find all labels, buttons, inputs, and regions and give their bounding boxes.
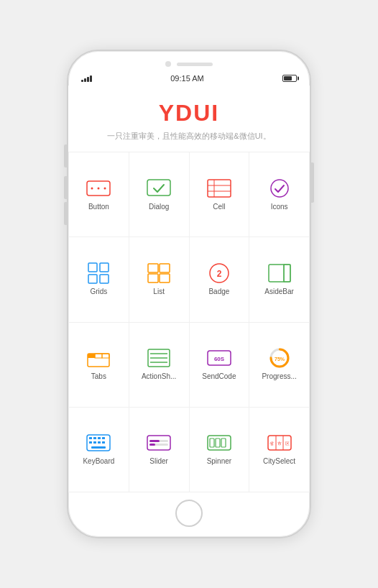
phone-bottom-bezel xyxy=(68,492,310,537)
keyboard-icon xyxy=(86,433,111,453)
front-camera xyxy=(165,61,171,67)
app-title: YDUI xyxy=(83,100,295,127)
svg-rect-54 xyxy=(216,438,220,447)
svg-rect-20 xyxy=(269,265,290,282)
actionsheet-label: ActionSh... xyxy=(142,372,176,381)
svg-rect-49 xyxy=(149,440,160,442)
svg-rect-26 xyxy=(95,354,102,358)
app-subtitle: 一只注重审美，且性能高效的移动端&微信UI。 xyxy=(83,131,295,142)
tabs-icon xyxy=(86,348,111,368)
svg-text:省: 省 xyxy=(269,441,274,446)
grid-item-tabs[interactable]: Tabs xyxy=(69,323,129,408)
progress-label: Progress... xyxy=(262,372,296,381)
cell-icon xyxy=(206,178,232,198)
grid-item-progress[interactable]: 75% Progress... xyxy=(249,323,310,408)
svg-rect-52 xyxy=(208,436,231,450)
grids-label: Grids xyxy=(90,288,107,296)
svg-rect-13 xyxy=(100,275,109,283)
badge-label: Badge xyxy=(208,288,229,296)
button-icon xyxy=(86,178,111,198)
svg-rect-42 xyxy=(89,441,92,444)
grids-icon xyxy=(86,263,111,283)
grid-item-keyboard[interactable]: KeyBoard xyxy=(69,408,129,492)
list-label: List xyxy=(153,288,165,296)
sendcode-icon: 60S xyxy=(206,348,232,368)
status-left xyxy=(81,75,92,82)
cell-label: Cell xyxy=(213,203,225,211)
grid-item-icons[interactable]: Icons xyxy=(249,152,310,237)
svg-text:60S: 60S xyxy=(214,356,225,362)
svg-text:市: 市 xyxy=(277,441,282,446)
svg-rect-39 xyxy=(93,437,96,439)
button-label: Button xyxy=(88,203,109,211)
spinner-label: Spinner xyxy=(207,457,231,466)
cityselect-icon: 省 市 区 xyxy=(267,433,292,453)
grid-item-list[interactable]: List xyxy=(129,237,190,322)
svg-rect-15 xyxy=(160,264,170,272)
svg-rect-47 xyxy=(147,436,170,450)
battery-icon xyxy=(282,75,297,82)
asidebar-icon xyxy=(267,263,292,283)
home-button[interactable] xyxy=(175,500,203,527)
svg-rect-16 xyxy=(148,274,158,282)
phone-screen: YDUI 一只注重审美，且性能高效的移动端&微信UI。 Button xyxy=(68,86,310,492)
progress-icon: 75% xyxy=(267,348,292,368)
grid-item-dialog[interactable]: Dialog xyxy=(129,152,190,237)
icons-label: Icons xyxy=(271,203,288,211)
svg-rect-24 xyxy=(88,354,95,358)
grid-item-asidebar[interactable]: AsideBar xyxy=(249,237,310,322)
svg-rect-53 xyxy=(210,438,214,447)
keyboard-label: KeyBoard xyxy=(83,457,114,466)
svg-rect-12 xyxy=(88,275,97,283)
svg-text:75%: 75% xyxy=(275,357,285,362)
app-header: YDUI 一只注重审美，且性能高效的移动端&微信UI。 xyxy=(68,86,310,152)
dialog-label: Dialog xyxy=(149,203,169,211)
grid-item-cityselect[interactable]: 省 市 区 CitySelect xyxy=(249,408,310,492)
phone-frame: 09:15 AM YDUI 一只注重审美，且性能高效的移动端&微信UI。 xyxy=(67,50,311,538)
icons-icon xyxy=(267,178,292,198)
svg-rect-14 xyxy=(148,264,158,272)
svg-text:2: 2 xyxy=(217,269,222,279)
earpiece-speaker xyxy=(177,63,213,66)
svg-text:区: 区 xyxy=(285,441,290,446)
svg-point-2 xyxy=(98,187,100,189)
grid-item-grids[interactable]: Grids xyxy=(69,237,129,322)
list-icon xyxy=(146,263,172,283)
slider-icon xyxy=(146,433,172,453)
svg-rect-11 xyxy=(100,263,109,272)
grid-item-actionsheet[interactable]: ActionSh... xyxy=(129,323,190,408)
svg-rect-46 xyxy=(91,446,106,449)
svg-rect-44 xyxy=(98,441,101,444)
svg-rect-55 xyxy=(221,438,226,447)
svg-rect-4 xyxy=(147,180,170,196)
dialog-icon xyxy=(146,178,172,198)
svg-point-1 xyxy=(91,187,93,189)
status-time: 09:15 AM xyxy=(170,74,203,83)
grid-item-sendcode[interactable]: 60S SendCode xyxy=(190,323,250,408)
spinner-icon xyxy=(206,433,232,453)
tabs-label: Tabs xyxy=(91,372,106,381)
svg-rect-21 xyxy=(284,265,290,282)
svg-rect-41 xyxy=(102,437,105,439)
svg-point-3 xyxy=(104,187,106,189)
svg-point-9 xyxy=(271,180,288,197)
grid-item-slider[interactable]: Slider xyxy=(129,408,190,492)
status-bar: 09:15 AM xyxy=(68,73,310,86)
grid-item-badge[interactable]: 2 Badge xyxy=(190,237,250,322)
svg-rect-17 xyxy=(160,274,170,282)
grid-item-spinner[interactable]: Spinner xyxy=(190,408,250,492)
grid-item-cell[interactable]: Cell xyxy=(190,152,250,237)
actionsheet-icon xyxy=(146,348,172,368)
svg-rect-38 xyxy=(89,437,92,439)
svg-rect-45 xyxy=(102,441,105,444)
signal-icon xyxy=(81,75,92,82)
asidebar-label: AsideBar xyxy=(264,288,294,296)
cityselect-label: CitySelect xyxy=(263,457,295,466)
svg-rect-51 xyxy=(149,444,155,446)
svg-rect-43 xyxy=(93,441,96,444)
svg-rect-40 xyxy=(98,437,101,439)
badge-icon: 2 xyxy=(206,263,232,283)
component-grid: Button Dialog xyxy=(68,152,310,492)
grid-item-button[interactable]: Button xyxy=(69,152,129,237)
svg-rect-5 xyxy=(208,180,231,197)
